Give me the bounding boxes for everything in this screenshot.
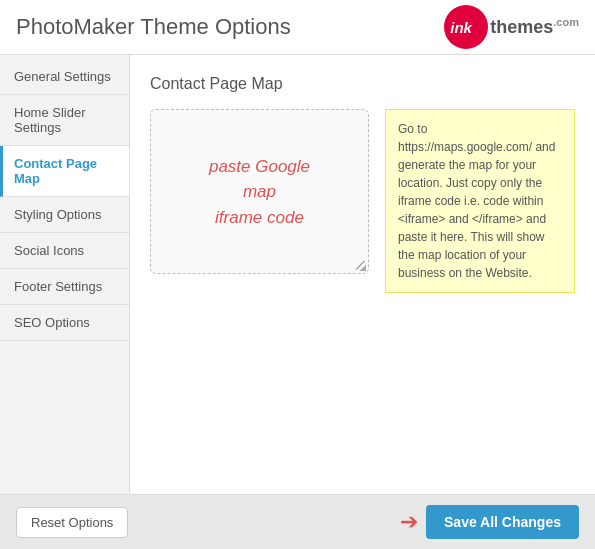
sidebar-item-home-slider-settings[interactable]: Home Slider Settings — [0, 95, 129, 146]
resize-handle[interactable] — [356, 261, 366, 271]
sidebar-item-general-settings[interactable]: General Settings — [0, 59, 129, 95]
sidebar-item-contact-page-map[interactable]: Contact Page Map — [0, 146, 129, 197]
sidebar-item-seo-options[interactable]: SEO Options — [0, 305, 129, 341]
content-area: Contact Page Map paste Google mapiframe … — [130, 55, 595, 494]
sidebar-item-social-icons[interactable]: Social Icons — [0, 233, 129, 269]
map-code-textarea[interactable] — [151, 110, 368, 273]
footer: Reset Options ➔ Save All Changes — [0, 494, 595, 549]
content-title: Contact Page Map — [150, 75, 575, 93]
logo-icon — [444, 5, 488, 49]
header: PhotoMaker Theme Options themes.com — [0, 0, 595, 55]
save-button[interactable]: Save All Changes — [426, 505, 579, 539]
main-layout: General Settings Home Slider Settings Co… — [0, 55, 595, 494]
sidebar-item-styling-options[interactable]: Styling Options — [0, 197, 129, 233]
map-textarea-wrapper: paste Google mapiframe code — [150, 109, 369, 274]
sidebar: General Settings Home Slider Settings Co… — [0, 55, 130, 494]
arrow-icon: ➔ — [400, 509, 418, 535]
logo: themes.com — [444, 5, 579, 49]
reset-button[interactable]: Reset Options — [16, 507, 128, 538]
logo-text: themes.com — [490, 16, 579, 38]
content-row: paste Google mapiframe code Go to https:… — [150, 109, 575, 293]
info-box: Go to https://maps.google.com/ and gener… — [385, 109, 575, 293]
page-title: PhotoMaker Theme Options — [16, 14, 291, 40]
sidebar-item-footer-settings[interactable]: Footer Settings — [0, 269, 129, 305]
save-section: ➔ Save All Changes — [400, 505, 579, 539]
